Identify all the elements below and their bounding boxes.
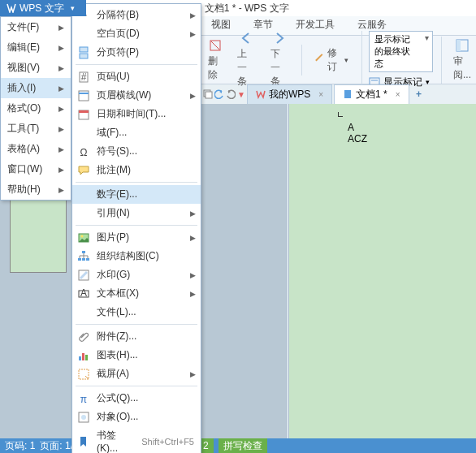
submenu-item[interactable]: 图表(H)... xyxy=(72,346,201,365)
submenu-item[interactable]: 附件(Z)... xyxy=(72,327,201,346)
menu-item[interactable]: 表格(A)▶ xyxy=(1,139,71,159)
caret-down-icon[interactable]: ▼ xyxy=(237,90,245,99)
window-title: 文档1 * - WPS 文字 xyxy=(205,2,289,14)
cursor-marker xyxy=(338,112,343,117)
menu-item[interactable]: 文件(F)▶ xyxy=(1,17,71,37)
svg-rect-15 xyxy=(80,54,88,58)
doctab-active[interactable]: 文档1 * × xyxy=(334,84,409,105)
submenu-item[interactable]: 文件(L)... xyxy=(72,303,201,321)
menu-item[interactable]: 插入(I)▶ xyxy=(1,78,71,98)
svg-rect-28 xyxy=(86,258,89,261)
ribbon-review-pane[interactable]: 审阅... xyxy=(448,37,476,84)
submenu-item[interactable]: 空白页(D)▶ xyxy=(72,24,201,43)
submenu-item[interactable]: 图片(P)▶ xyxy=(72,228,201,247)
ribbon-delete[interactable]: 删除 xyxy=(203,37,227,84)
chevron-right-icon: ▶ xyxy=(58,24,64,32)
close-tab-icon[interactable]: × xyxy=(396,90,400,99)
svg-line-30 xyxy=(80,272,87,278)
svg-point-39 xyxy=(81,415,86,420)
submenu-item[interactable]: 日期和时间(T)... xyxy=(72,105,201,123)
svg-text:A: A xyxy=(80,287,87,299)
chevron-right-icon: ▶ xyxy=(190,290,196,298)
menu-separator xyxy=(76,64,197,65)
menu-separator xyxy=(76,182,197,183)
app-menu-button[interactable]: WPS 文字 xyxy=(0,0,86,16)
svg-text:#: # xyxy=(81,71,87,83)
ref-icon xyxy=(77,207,90,220)
attach-icon xyxy=(77,330,90,343)
markup-mode-combo[interactable]: 显示标记的最终状态 xyxy=(369,31,433,72)
svg-rect-9 xyxy=(457,40,461,51)
submenu-item[interactable]: 分页符(P) xyxy=(72,43,201,62)
submenu-item[interactable]: 页眉横线(W)▶ xyxy=(72,86,201,105)
menu-item[interactable]: 工具(T)▶ xyxy=(1,119,71,139)
symbol-icon: Ω xyxy=(77,145,90,158)
submenu-item[interactable]: 引用(N)▶ xyxy=(72,204,201,222)
chevron-right-icon: ▶ xyxy=(58,145,64,153)
doc-small-icon xyxy=(343,89,353,99)
chevron-right-icon: ▶ xyxy=(190,209,196,218)
submenu-item[interactable]: 水印(G)▶ xyxy=(72,265,201,284)
svg-rect-21 xyxy=(79,110,89,113)
pagebreak-icon xyxy=(77,46,90,59)
doctab-mywps[interactable]: 我的WPS × xyxy=(247,84,332,105)
menu-item[interactable]: 编辑(E)▶ xyxy=(1,37,71,58)
menu-separator xyxy=(76,324,197,325)
chevron-right-icon: ▶ xyxy=(58,125,64,133)
svg-rect-11 xyxy=(206,92,212,98)
chevron-right-icon: ▶ xyxy=(190,234,196,242)
datetime-icon xyxy=(77,108,90,121)
svg-rect-33 xyxy=(79,356,81,360)
number-icon xyxy=(77,188,90,201)
submenu-item[interactable]: 分隔符(B)▶ xyxy=(72,6,201,24)
submenu-item[interactable]: 批注(M) xyxy=(72,161,201,179)
submenu-item[interactable]: Ω符号(S)... xyxy=(72,142,201,161)
headerline-icon xyxy=(77,89,90,102)
menu-item[interactable]: 帮助(H)▶ xyxy=(1,179,71,200)
right-viewport[interactable]: A ACZ xyxy=(289,104,476,438)
status-spellcheck[interactable]: 拼写检查 xyxy=(219,438,267,454)
submenu-item[interactable]: 书签(K)...Shift+Ctrl+F5 xyxy=(72,426,201,453)
chevron-right-icon: ▶ xyxy=(58,105,64,113)
add-tab-button[interactable]: + xyxy=(411,88,427,100)
chevron-down-icon: ▾ xyxy=(426,78,430,86)
submenu-item[interactable]: 域(F)... xyxy=(72,123,201,142)
ribbon-revise[interactable]: 修订▾ xyxy=(309,45,353,76)
svg-rect-34 xyxy=(82,353,84,360)
close-tab-icon[interactable]: × xyxy=(318,90,323,99)
next-icon xyxy=(272,31,287,45)
menu-item[interactable]: 格式(O)▶ xyxy=(1,98,71,119)
ribbon-prev[interactable]: 上一条 xyxy=(232,29,261,90)
chevron-right-icon: ▶ xyxy=(58,84,64,93)
formula-icon: π xyxy=(77,392,90,405)
menu-separator xyxy=(76,386,197,386)
submenu-item[interactable]: A文本框(X)▶ xyxy=(72,284,201,303)
svg-point-24 xyxy=(81,235,84,237)
menu-item[interactable]: 视图(V)▶ xyxy=(1,58,71,78)
submenu-item[interactable]: 组织结构图(C) xyxy=(72,247,201,265)
tab-devtools[interactable]: 开发工具 xyxy=(288,15,343,35)
redo-icon[interactable] xyxy=(226,89,236,99)
chevron-right-icon: ▶ xyxy=(58,186,64,194)
status-page[interactable]: 页码: 1 xyxy=(5,439,35,453)
screenshot-icon xyxy=(77,368,90,381)
undo-icon[interactable] xyxy=(214,89,224,99)
submenu-item[interactable]: 数字(E)... xyxy=(72,185,201,204)
chevron-right-icon: ▶ xyxy=(190,271,196,279)
submenu-item[interactable]: 截屏(A)▶ xyxy=(72,365,201,383)
object-icon xyxy=(77,411,90,424)
submenu-item[interactable]: π公式(Q)... xyxy=(72,389,201,408)
submenu-item[interactable]: 对象(O)... xyxy=(72,408,201,426)
menu-item[interactable]: 窗口(W)▶ xyxy=(1,159,71,179)
copy-icon[interactable] xyxy=(203,89,213,99)
chevron-down-icon: ▾ xyxy=(344,56,348,64)
submenu-item[interactable]: #页码(U) xyxy=(72,67,201,86)
svg-rect-35 xyxy=(85,355,88,360)
delete-icon xyxy=(208,38,223,53)
chevron-right-icon: ▶ xyxy=(190,11,196,19)
ribbon-next[interactable]: 下一条 xyxy=(266,29,294,90)
watermark-icon xyxy=(77,269,90,282)
insert-submenu: 分隔符(B)▶空白页(D)▶分页符(P)#页码(U)页眉横线(W)▶日期和时间(… xyxy=(71,3,201,453)
field-icon xyxy=(77,127,90,140)
menu-separator xyxy=(76,225,197,226)
